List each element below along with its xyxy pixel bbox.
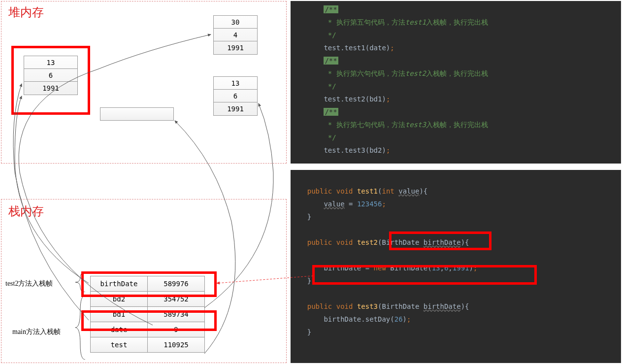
code-line: * 执行第七句代码，方法test3入栈帧，执行完出栈: [291, 118, 621, 131]
code-line: /**: [291, 54, 621, 67]
heap-panel: 堆内存 30 4 1991 13 6 1991 13 6 1991: [1, 1, 287, 164]
code-top-panel: /** * 执行第五句代码，方法test1入栈帧，执行完出栈 */ test.t…: [291, 1, 621, 164]
code-line: public void test3(BirthDate birthDate){: [291, 300, 621, 313]
code-line: }: [291, 326, 621, 338]
stack-title: 栈内存: [8, 203, 44, 219]
cell: 6: [214, 90, 257, 102]
code-line: */: [291, 131, 621, 144]
code-line: [291, 287, 621, 300]
code-line: */: [291, 80, 621, 93]
table-row: test110925: [91, 337, 205, 353]
code-line: */: [291, 29, 621, 41]
code-line: [291, 249, 621, 262]
code-line: birthDate.setDay(26);: [291, 313, 621, 326]
heap-block-4: [100, 107, 174, 121]
stack-label-main: main方法入栈帧: [12, 328, 61, 336]
cell: 1991: [214, 41, 257, 54]
stack-panel: 栈内存 test2方法入栈帧 main方法入栈帧 birthDate589976…: [1, 199, 287, 363]
cell: 1991: [214, 102, 257, 115]
code-line: }: [291, 210, 621, 223]
heap-block-1: 30 4 1991: [213, 15, 258, 55]
highlight-box: [81, 310, 217, 331]
code-line: test.test2(bd1);: [291, 93, 621, 105]
heap-title: 堆内存: [8, 4, 44, 20]
code-line: value = 123456;: [291, 198, 621, 210]
code-line: * 执行第五句代码，方法test1入栈帧，执行完出栈: [291, 16, 621, 29]
code-line: * 执行第六句代码，方法test2入栈帧，执行完出栈: [291, 67, 621, 80]
code-line: /**: [291, 105, 621, 118]
highlight-box: [389, 232, 491, 250]
code-line: test.test1(date);: [291, 41, 621, 54]
code-line: test.test3(bd2);: [291, 144, 621, 157]
highlight-box: [11, 46, 90, 115]
code-line: [291, 172, 621, 185]
cell: 30: [214, 16, 257, 29]
code-line: /**: [291, 3, 621, 16]
highlight-box: [81, 271, 217, 297]
cell: 13: [214, 77, 257, 90]
cell: test: [91, 337, 148, 353]
code-line: public void test1(int value){: [291, 185, 621, 198]
heap-block-3: 13 6 1991: [213, 76, 258, 116]
cell: 110925: [148, 337, 205, 353]
cell: [100, 108, 173, 121]
stack-label-test2: test2方法入栈帧: [5, 279, 53, 288]
cell: 4: [214, 29, 257, 41]
code-bottom-panel: public void test1(int value){ value = 12…: [291, 170, 621, 363]
highlight-box: [312, 265, 537, 285]
